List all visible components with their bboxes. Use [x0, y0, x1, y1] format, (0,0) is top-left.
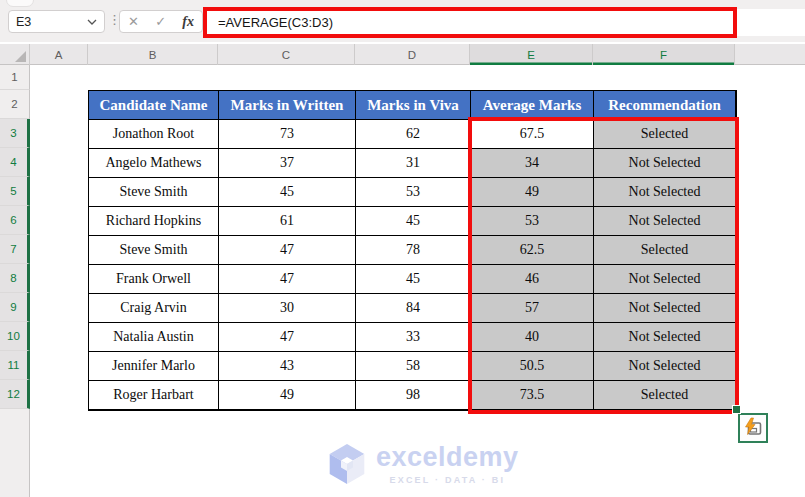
- cell-F12[interactable]: Selected: [594, 381, 736, 410]
- column-headers: ABCDEF: [0, 44, 805, 65]
- cell-D7[interactable]: 78: [356, 236, 471, 265]
- row-header-5[interactable]: 5: [0, 177, 30, 206]
- flash-fill-options-icon: [742, 417, 764, 439]
- flash-fill-options-button[interactable]: [738, 413, 768, 443]
- cell-B2[interactable]: Candidate Name: [89, 91, 219, 120]
- row-header-8[interactable]: 8: [0, 264, 30, 293]
- cell-F11[interactable]: Not Selected: [594, 352, 736, 381]
- cell-E6[interactable]: 53: [471, 207, 594, 236]
- cell-F2[interactable]: Recommendation: [594, 91, 736, 120]
- cell-C10[interactable]: 47: [219, 323, 356, 352]
- row-header-10[interactable]: 10: [0, 322, 30, 351]
- cell-D6[interactable]: 45: [356, 207, 471, 236]
- row-header-4[interactable]: 4: [0, 148, 30, 177]
- cell-C9[interactable]: 30: [219, 294, 356, 323]
- watermark-brand: exceldemy: [376, 444, 519, 471]
- cell-E9[interactable]: 57: [471, 294, 594, 323]
- exceldemy-watermark: exceldemy EXCEL · DATA · BI: [327, 442, 519, 486]
- column-header-E[interactable]: E: [470, 44, 593, 65]
- cell-B6[interactable]: Richard Hopkins: [89, 207, 219, 236]
- row-header-12[interactable]: 12: [0, 380, 30, 409]
- row-header-9[interactable]: 9: [0, 293, 30, 322]
- cell-E4[interactable]: 34: [471, 149, 594, 178]
- row-header-7[interactable]: 7: [0, 235, 30, 264]
- name-box[interactable]: E3: [8, 10, 105, 33]
- cell-C3[interactable]: 73: [219, 120, 356, 149]
- cell-E5[interactable]: 49: [471, 178, 594, 207]
- row-headers: 123456789101112: [0, 65, 30, 497]
- name-box-value: E3: [16, 15, 31, 29]
- cell-E3[interactable]: 67.5: [471, 120, 594, 149]
- cell-D5[interactable]: 53: [356, 178, 471, 207]
- cell-F3[interactable]: Selected: [594, 120, 736, 149]
- exceldemy-logo-icon: [327, 442, 367, 486]
- cell-C6[interactable]: 61: [219, 207, 356, 236]
- cell-B3[interactable]: Jonathon Root: [89, 120, 219, 149]
- cell-B9[interactable]: Craig Arvin: [89, 294, 219, 323]
- row-header-filler: [0, 409, 30, 497]
- cell-E8[interactable]: 46: [471, 265, 594, 294]
- cancel-icon[interactable]: ✕: [128, 15, 139, 28]
- column-header-F[interactable]: F: [593, 44, 735, 65]
- column-header-C[interactable]: C: [218, 44, 355, 65]
- cell-D12[interactable]: 98: [356, 381, 471, 410]
- select-all-corner[interactable]: [0, 44, 30, 65]
- cell-B7[interactable]: Steve Smith: [89, 236, 219, 265]
- cell-E12[interactable]: 73.5: [471, 381, 594, 410]
- cell-F10[interactable]: Not Selected: [594, 323, 736, 352]
- cell-D3[interactable]: 62: [356, 120, 471, 149]
- cell-F9[interactable]: Not Selected: [594, 294, 736, 323]
- excel-window: E3 ⋮ ✕ ✓ fx =AVERAGE(C3:D3) ABCDEF 12345…: [0, 0, 805, 497]
- row-header-1[interactable]: 1: [0, 65, 30, 90]
- insert-function-icon[interactable]: fx: [182, 14, 194, 30]
- row-header-3[interactable]: 3: [0, 119, 30, 148]
- select-all-triangle-icon: [15, 51, 26, 62]
- cell-E2[interactable]: Average Marks: [471, 91, 594, 120]
- cell-F6[interactable]: Not Selected: [594, 207, 736, 236]
- cell-D9[interactable]: 84: [356, 294, 471, 323]
- cell-E10[interactable]: 40: [471, 323, 594, 352]
- fill-handle[interactable]: [732, 405, 741, 414]
- cell-B10[interactable]: Natalia Austin: [89, 323, 219, 352]
- cell-B11[interactable]: Jennifer Marlo: [89, 352, 219, 381]
- cell-F7[interactable]: Selected: [594, 236, 736, 265]
- formula-text: =AVERAGE(C3:D3): [218, 15, 333, 30]
- formula-input[interactable]: =AVERAGE(C3:D3): [205, 9, 805, 36]
- column-header-D[interactable]: D: [355, 44, 470, 65]
- formula-bar-row: E3 ⋮ ✕ ✓ fx =AVERAGE(C3:D3): [0, 0, 805, 42]
- chevron-down-icon[interactable]: [87, 19, 97, 25]
- column-header-filler: [735, 44, 805, 65]
- column-header-B[interactable]: B: [88, 44, 218, 65]
- cell-D4[interactable]: 31: [356, 149, 471, 178]
- cell-C8[interactable]: 47: [219, 265, 356, 294]
- cell-C12[interactable]: 49: [219, 381, 356, 410]
- row-header-2[interactable]: 2: [0, 90, 30, 119]
- cell-C7[interactable]: 47: [219, 236, 356, 265]
- cell-D2[interactable]: Marks in Viva: [356, 91, 471, 120]
- cell-C2[interactable]: Marks in Written: [219, 91, 356, 120]
- cell-F4[interactable]: Not Selected: [594, 149, 736, 178]
- window-chrome-fragment: [6, 0, 34, 7]
- cell-F8[interactable]: Not Selected: [594, 265, 736, 294]
- cell-C5[interactable]: 45: [219, 178, 356, 207]
- row-header-11[interactable]: 11: [0, 351, 30, 380]
- cell-B5[interactable]: Steve Smith: [89, 178, 219, 207]
- cell-F5[interactable]: Not Selected: [594, 178, 736, 207]
- cell-E7[interactable]: 62.5: [471, 236, 594, 265]
- watermark-tagline: EXCEL · DATA · BI: [390, 475, 506, 485]
- cell-D10[interactable]: 33: [356, 323, 471, 352]
- cell-E11[interactable]: 50.5: [471, 352, 594, 381]
- cell-D11[interactable]: 58: [356, 352, 471, 381]
- cell-D8[interactable]: 45: [356, 265, 471, 294]
- enter-icon[interactable]: ✓: [155, 15, 166, 28]
- cell-C4[interactable]: 37: [219, 149, 356, 178]
- column-header-A[interactable]: A: [30, 44, 88, 65]
- cell-C11[interactable]: 43: [219, 352, 356, 381]
- cell-B8[interactable]: Frank Orwell: [89, 265, 219, 294]
- cell-B12[interactable]: Roger Harbart: [89, 381, 219, 410]
- row-header-6[interactable]: 6: [0, 206, 30, 235]
- cell-B4[interactable]: Angelo Mathews: [89, 149, 219, 178]
- candidates-table: Candidate NameMarks in WrittenMarks in V…: [88, 90, 737, 411]
- formula-buttons-group: ✕ ✓ fx: [119, 10, 203, 33]
